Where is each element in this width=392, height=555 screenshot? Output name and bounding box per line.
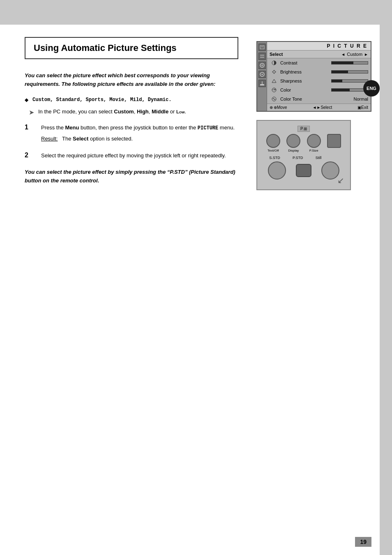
color-content: Color (279, 88, 368, 92)
contrast-bar-fill (332, 62, 353, 64)
remote-row3 (263, 161, 344, 180)
remote-panel: P.⊞ Text/Off Display P.Size (256, 120, 351, 190)
panel-main: P I C T U R E Select ◄ Custom ► (267, 42, 371, 111)
right-arrow-icon: ► (364, 52, 368, 57)
brightness-content: Brightness (279, 69, 368, 74)
colortone-value: Normal (354, 97, 368, 101)
step-2-number: 2 (25, 152, 33, 159)
svg-rect-0 (260, 46, 264, 49)
move-icon: ⊕ (270, 105, 273, 110)
sharpness-label: Sharpness (280, 78, 302, 83)
color-bar-fill (332, 89, 350, 91)
remote-btn-textoff-col: Text/Off (266, 134, 280, 152)
color-bar (331, 88, 368, 92)
step-2: 2 Select the required picture effect by … (25, 152, 238, 160)
remote-label-display: Display (288, 149, 299, 152)
remote-btn-display (286, 134, 300, 148)
colortone-label: Color Tone (280, 97, 302, 101)
bullet-diamond-icon: ◆ (25, 97, 28, 103)
step-1-content: Press the Menu button, then press the jo… (41, 124, 235, 143)
picture-title-bar: P I C T U R E (267, 42, 371, 51)
sidebar-icon-2 (258, 53, 266, 60)
color-icon (270, 86, 279, 94)
panel-sidebar (257, 42, 267, 111)
select-value: ◄ Custom ► (341, 52, 368, 57)
remote-top-label: P.⊞ (297, 126, 310, 132)
picture-bottom-bar: ⊕ ⊕Move ◄►Select ▣Exit (267, 104, 371, 111)
page-number: 19 (360, 539, 367, 545)
page-number-box: 19 (355, 537, 371, 547)
contrast-bar (331, 61, 368, 64)
remote-label-still: Still (316, 156, 322, 160)
right-bar (380, 0, 392, 555)
select-label: Select (270, 52, 341, 57)
bullet-text: Custom, Standard, Sports, Movie, Mild, D… (32, 96, 171, 103)
select-btn: ◄►Select (313, 105, 332, 110)
title-box: Using Automatic Picture Settings (25, 37, 238, 59)
step-1-number: 1 (25, 124, 33, 131)
eng-badge: ENG (363, 80, 380, 97)
remote-row1: Text/Off Display P.Size (263, 134, 344, 152)
contrast-icon (270, 59, 279, 67)
svg-point-18 (274, 89, 276, 90)
move-btn: ⊕ ⊕Move (270, 105, 287, 110)
svg-point-17 (272, 89, 274, 90)
brightness-icon (270, 68, 279, 76)
brightness-row: Brightness (267, 67, 371, 76)
svg-point-11 (273, 71, 275, 73)
panel-body: P I C T U R E Select ◄ Custom ► (257, 42, 371, 111)
color-row: Color (267, 85, 371, 94)
left-arrow-icon: ◄ (341, 52, 345, 57)
remote-btn-big-right (321, 161, 339, 180)
step-1: 1 Press the Menu button, then press the … (25, 124, 238, 143)
remote-btn-display-col: Display (286, 134, 300, 152)
page-title: Using Automatic Picture Settings (34, 43, 229, 53)
note-item: ➤ In the PC mode, you can select Custom,… (25, 108, 238, 116)
remote-label-extra (334, 149, 334, 152)
remote-label-empty (334, 156, 338, 160)
sidebar-icon-4 (258, 71, 266, 78)
remote-btn-extra (327, 134, 341, 148)
note-text: In the PC mode, you can select Custom, H… (38, 108, 186, 115)
sidebar-icon-1 (258, 44, 266, 51)
remote-label-psize: P.Size (309, 149, 318, 152)
right-column: P I C T U R E Select ◄ Custom ► (256, 41, 371, 190)
sharpness-bar-fill (332, 80, 342, 82)
top-bar (0, 0, 392, 25)
brightness-bar-fill (332, 71, 348, 73)
contrast-content: Contrast (279, 60, 368, 65)
sharpness-icon (270, 77, 279, 85)
sharpness-bar (331, 79, 368, 83)
sharpness-row: Sharpness (267, 76, 371, 85)
sharpness-content: Sharpness (279, 78, 368, 83)
selected-option: Custom (347, 52, 362, 57)
colortone-icon (270, 95, 279, 103)
sidebar-icon-3 (258, 62, 266, 69)
remote-btn-big-left (268, 161, 286, 180)
remote-top: P.⊞ (263, 125, 344, 131)
note-arrow-icon: ➤ (29, 108, 34, 116)
select-row: Select ◄ Custom ► (267, 51, 371, 58)
svg-rect-3 (260, 57, 264, 58)
color-label: Color (280, 88, 291, 92)
closing-text: You can select the picture effect by sim… (25, 168, 238, 185)
sidebar-icon-5 (258, 80, 266, 87)
colortone-content: Color Tone Normal (279, 97, 368, 101)
bullet-item: ◆ Custom, Standard, Sports, Movie, Mild,… (25, 96, 238, 103)
step-2-content: Select the required picture effect by mo… (41, 152, 226, 160)
remote-btn-textoff (266, 134, 280, 148)
remote-btn-center (296, 164, 311, 177)
remote-label-pstd: P.STD (293, 156, 303, 160)
svg-rect-8 (260, 84, 264, 85)
result-line: Result: The Select option is selected. (41, 135, 235, 143)
svg-line-20 (273, 98, 275, 100)
brightness-label: Brightness (280, 69, 302, 74)
contrast-label: Contrast (280, 60, 297, 65)
remote-label-sstd: S.STD (269, 156, 280, 160)
intro-text: You can select the picture effect which … (25, 71, 238, 89)
remote-btn-psize-col: P.Size (307, 134, 321, 152)
brightness-bar (331, 70, 368, 74)
remote-row2-labels: S.STD P.STD Still (263, 156, 344, 160)
remote-btn-extra-col (327, 134, 341, 152)
colortone-row: Color Tone Normal (267, 94, 371, 104)
